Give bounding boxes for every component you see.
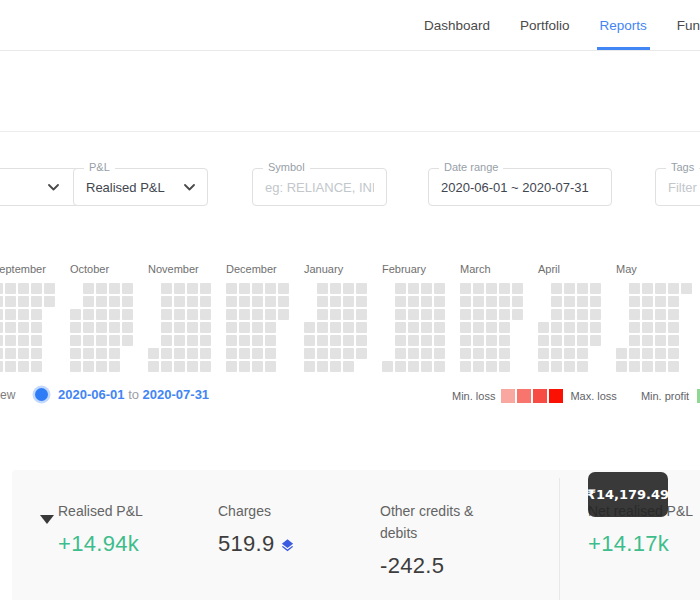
nav-item-dashboard[interactable]: Dashboard <box>424 0 490 50</box>
day-cell[interactable] <box>499 296 510 307</box>
day-cell[interactable] <box>668 283 679 294</box>
day-cell[interactable] <box>174 335 185 346</box>
day-cell[interactable] <box>109 335 120 346</box>
day-cell[interactable] <box>538 335 549 346</box>
day-cell[interactable] <box>434 283 445 294</box>
day-cell[interactable] <box>161 283 172 294</box>
day-cell[interactable] <box>642 361 653 372</box>
day-cell[interactable] <box>161 296 172 307</box>
day-cell[interactable] <box>83 361 94 372</box>
day-cell[interactable] <box>226 348 237 359</box>
day-cell[interactable] <box>265 283 276 294</box>
day-cell[interactable] <box>668 348 679 359</box>
day-cell[interactable] <box>265 361 276 372</box>
day-cell[interactable] <box>512 309 523 320</box>
day-cell[interactable] <box>252 348 263 359</box>
day-cell[interactable] <box>590 335 601 346</box>
day-cell[interactable] <box>109 309 120 320</box>
day-cell[interactable] <box>460 296 471 307</box>
day-cell[interactable] <box>642 296 653 307</box>
symbol-input[interactable] <box>265 180 374 195</box>
day-cell[interactable] <box>590 309 601 320</box>
day-cell[interactable] <box>161 361 172 372</box>
day-cell[interactable] <box>5 348 16 359</box>
day-cell[interactable] <box>577 335 588 346</box>
day-cell[interactable] <box>473 335 484 346</box>
day-cell[interactable] <box>564 296 575 307</box>
day-cell[interactable] <box>408 283 419 294</box>
day-cell[interactable] <box>655 322 666 333</box>
day-cell[interactable] <box>239 335 250 346</box>
day-cell[interactable] <box>330 361 341 372</box>
day-cell[interactable] <box>460 335 471 346</box>
day-cell[interactable] <box>642 283 653 294</box>
day-cell[interactable] <box>499 335 510 346</box>
nav-item-funds[interactable]: Funds <box>677 0 700 50</box>
day-cell[interactable] <box>161 335 172 346</box>
day-cell[interactable] <box>330 309 341 320</box>
day-cell[interactable] <box>317 283 328 294</box>
day-cell[interactable] <box>564 361 575 372</box>
day-cell[interactable] <box>629 296 640 307</box>
day-cell[interactable] <box>577 361 588 372</box>
day-cell[interactable] <box>681 283 692 294</box>
day-cell[interactable] <box>434 335 445 346</box>
day-cell[interactable] <box>512 296 523 307</box>
day-cell[interactable] <box>96 283 107 294</box>
nav-item-portfolio[interactable]: Portfolio <box>520 0 570 50</box>
day-cell[interactable] <box>304 361 315 372</box>
day-cell[interactable] <box>83 309 94 320</box>
day-cell[interactable] <box>512 283 523 294</box>
day-cell[interactable] <box>590 283 601 294</box>
day-cell[interactable] <box>317 361 328 372</box>
day-cell[interactable] <box>421 348 432 359</box>
day-cell[interactable] <box>31 283 42 294</box>
day-cell[interactable] <box>18 322 29 333</box>
day-cell[interactable] <box>5 361 16 372</box>
day-cell[interactable] <box>538 322 549 333</box>
day-cell[interactable] <box>577 309 588 320</box>
day-cell[interactable] <box>486 322 497 333</box>
day-cell[interactable] <box>655 348 666 359</box>
date-range-radio-label[interactable]: 2020-06-01 to 2020-07-31 <box>58 387 209 402</box>
date-range-input[interactable] <box>441 180 599 195</box>
day-cell[interactable] <box>5 296 16 307</box>
day-cell[interactable] <box>629 322 640 333</box>
day-cell[interactable] <box>551 335 562 346</box>
day-cell[interactable] <box>0 335 3 346</box>
day-cell[interactable] <box>395 335 406 346</box>
day-cell[interactable] <box>473 361 484 372</box>
tags-input[interactable] <box>668 180 700 195</box>
day-cell[interactable] <box>70 309 81 320</box>
day-cell[interactable] <box>252 361 263 372</box>
day-cell[interactable] <box>200 309 211 320</box>
day-cell[interactable] <box>174 361 185 372</box>
day-cell[interactable] <box>252 283 263 294</box>
day-cell[interactable] <box>239 283 250 294</box>
day-cell[interactable] <box>174 348 185 359</box>
day-cell[interactable] <box>187 296 198 307</box>
day-cell[interactable] <box>83 296 94 307</box>
day-cell[interactable] <box>421 322 432 333</box>
day-cell[interactable] <box>408 322 419 333</box>
day-cell[interactable] <box>616 361 627 372</box>
day-cell[interactable] <box>317 335 328 346</box>
day-cell[interactable] <box>252 296 263 307</box>
day-cell[interactable] <box>226 309 237 320</box>
day-cell[interactable] <box>317 296 328 307</box>
day-cell[interactable] <box>122 296 133 307</box>
day-cell[interactable] <box>499 361 510 372</box>
day-cell[interactable] <box>109 348 120 359</box>
day-cell[interactable] <box>44 283 55 294</box>
day-cell[interactable] <box>70 348 81 359</box>
day-cell[interactable] <box>499 309 510 320</box>
day-cell[interactable] <box>434 322 445 333</box>
day-cell[interactable] <box>408 309 419 320</box>
day-cell[interactable] <box>18 283 29 294</box>
day-cell[interactable] <box>226 335 237 346</box>
day-cell[interactable] <box>668 361 679 372</box>
day-cell[interactable] <box>486 348 497 359</box>
day-cell[interactable] <box>486 335 497 346</box>
day-cell[interactable] <box>421 335 432 346</box>
day-cell[interactable] <box>330 283 341 294</box>
